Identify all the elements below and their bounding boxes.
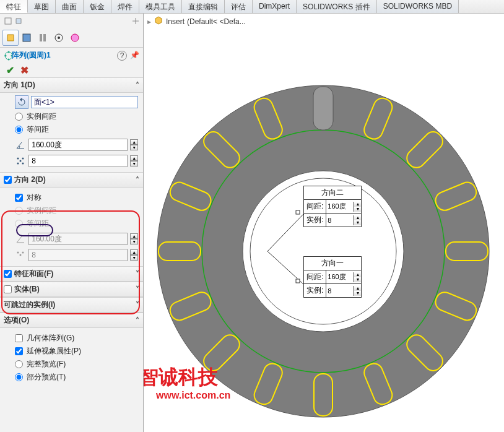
svg-rect-0 xyxy=(5,18,11,24)
spin-up: ▲ xyxy=(130,233,138,239)
watermark: ICT CAD/CAM 智诚科技 xyxy=(144,363,218,392)
callout-dir2-inst-input[interactable] xyxy=(326,215,354,225)
pm-tab-feature-icon[interactable] xyxy=(2,30,19,46)
svg-point-17 xyxy=(20,160,22,162)
svg-point-5 xyxy=(58,37,60,39)
callout-dir1[interactable]: 方向一 间距:▲▼ 实例:▲▼ xyxy=(303,256,362,298)
part-icon xyxy=(154,15,163,27)
svg-point-13 xyxy=(17,158,19,160)
opt-partialpreview-radio[interactable] xyxy=(15,373,23,381)
dir2-radio-equal xyxy=(15,220,23,228)
angle-icon xyxy=(15,139,26,151)
featface-checkbox[interactable] xyxy=(4,270,12,278)
tab-moldtools[interactable]: 模具工具 xyxy=(139,0,182,13)
bodies-checkbox[interactable] xyxy=(4,285,12,293)
opt-fullpreview-radio[interactable] xyxy=(15,360,23,368)
panel-icon-2[interactable] xyxy=(14,17,22,25)
dir1-radio-equal[interactable] xyxy=(15,126,23,134)
svg-point-18 xyxy=(17,252,19,254)
tab-directedit[interactable]: 直接编辑 xyxy=(182,0,225,13)
section-options-header[interactable]: 选项(O) ˄ xyxy=(0,313,143,328)
spin-down[interactable]: ▼ xyxy=(130,161,138,166)
help-icon[interactable]: ? xyxy=(117,51,127,61)
chevron-up-icon: ˄ xyxy=(136,316,139,325)
dir2-count-input xyxy=(28,249,128,261)
breadcrumb-config[interactable]: (Default< <Defa... xyxy=(187,17,246,26)
svg-point-11 xyxy=(8,58,10,60)
svg-rect-2 xyxy=(40,34,42,41)
svg-rect-25 xyxy=(313,87,333,130)
chevron-down-icon: ˅ xyxy=(136,301,139,309)
tab-sw-addins[interactable]: SOLIDWORKS 插件 xyxy=(297,0,377,13)
spin-up[interactable]: ▲ xyxy=(130,155,138,161)
opt-fullpreview-label: 完整预览(F) xyxy=(27,359,66,369)
cancel-button[interactable]: ✖ xyxy=(20,64,28,76)
angle-icon xyxy=(15,233,26,245)
callout-dir1-dist-input[interactable] xyxy=(326,272,354,282)
spin-up: ▲ xyxy=(130,249,138,255)
tab-sketch[interactable]: 草图 xyxy=(28,0,56,13)
dir1-count-input[interactable] xyxy=(28,155,128,167)
opt-geom-checkbox[interactable] xyxy=(15,334,23,342)
pin-icon[interactable]: 📌 xyxy=(129,51,139,61)
chevron-up-icon: ˄ xyxy=(136,176,139,184)
callout-dir2[interactable]: 方向二 间距:▲▼ 实例:▲▼ xyxy=(303,186,362,227)
watermark-text: 智诚科技 xyxy=(144,364,218,391)
tab-evaluate[interactable]: 评估 xyxy=(225,0,253,13)
tab-sheetmetal[interactable]: 钣金 xyxy=(84,0,111,13)
ok-cancel-row: ✔ ✖ xyxy=(0,63,143,77)
dir2-angle-input xyxy=(28,233,128,245)
svg-point-9 xyxy=(8,51,10,53)
property-manager-panel: 阵列(圆周)1 ? 📌 ✔ ✖ 方向 1(D) ˄ 实例间距 等间距 xyxy=(0,14,144,432)
tab-sw-mbd[interactable]: SOLIDWORKS MBD xyxy=(377,0,459,13)
callout-dir2-dist-input[interactable] xyxy=(326,202,354,212)
section-dir1-header[interactable]: 方向 1(D) ˄ xyxy=(0,77,143,93)
svg-point-16 xyxy=(22,163,24,165)
drag-handle[interactable] xyxy=(296,279,300,283)
callout-dir1-title: 方向一 xyxy=(304,257,361,270)
panel-icon-3[interactable] xyxy=(131,17,139,25)
opt-visprop-label: 延伸视象属性(P) xyxy=(27,346,81,356)
dir1-radio-instance[interactable] xyxy=(15,113,23,121)
tab-dimxpert[interactable]: DimXpert xyxy=(253,0,297,13)
tab-weldment[interactable]: 焊件 xyxy=(111,0,139,13)
pm-title: 阵列(圆周)1 xyxy=(12,50,115,61)
section-bodies-header[interactable]: 实体(B) ˅ xyxy=(0,282,143,297)
callout-dir1-inst-input[interactable] xyxy=(326,286,354,296)
dir1-axis-input[interactable] xyxy=(31,96,138,108)
expand-icon[interactable]: ▸ xyxy=(147,17,151,26)
tab-surface[interactable]: 曲面 xyxy=(56,0,84,13)
graphics-area[interactable]: ▸ Insert (Default< <Defa... xyxy=(144,14,504,432)
watermark-url: www.ict.com.cn xyxy=(156,390,230,401)
pm-tab-appearance-icon[interactable] xyxy=(67,30,83,46)
instances-icon xyxy=(15,155,26,167)
pm-tab-display-icon[interactable] xyxy=(35,30,51,46)
command-manager-tabs: 特征 草图 曲面 钣金 焊件 模具工具 直接编辑 评估 DimXpert SOL… xyxy=(0,0,504,14)
panel-icon-1[interactable] xyxy=(4,17,12,25)
section-featface-header[interactable]: 特征和面(F) ˅ xyxy=(0,266,143,282)
opt-visprop-checkbox[interactable] xyxy=(15,347,23,355)
section-dir2-header[interactable]: 方向 2(D) ˄ xyxy=(0,172,143,188)
svg-rect-1 xyxy=(23,34,30,41)
dir2-symmetric-checkbox[interactable] xyxy=(15,194,23,202)
spin-up[interactable]: ▲ xyxy=(130,139,138,145)
section-skip-header[interactable]: 可跳过的实例(I) ˅ xyxy=(0,297,143,313)
dir1-angle-input[interactable] xyxy=(28,139,128,151)
spin-down[interactable]: ▼ xyxy=(130,145,138,150)
opt-geom-label: 几何体阵列(G) xyxy=(27,333,74,343)
svg-point-20 xyxy=(20,254,22,256)
pm-tab-target-icon[interactable] xyxy=(51,30,67,46)
pm-tab-config-icon[interactable] xyxy=(19,30,35,46)
panel-mini-toolbar xyxy=(0,14,143,28)
flyout-tree[interactable]: ▸ Insert (Default< <Defa... xyxy=(144,14,504,29)
panel-tabstrip xyxy=(0,28,143,48)
callout-dir2-title: 方向二 xyxy=(304,186,361,200)
tab-features[interactable]: 特征 xyxy=(0,0,28,13)
dir2-enable-checkbox[interactable] xyxy=(4,176,12,184)
reverse-direction-icon[interactable] xyxy=(15,95,28,109)
dir2-radio-equal-label: 等间距 xyxy=(27,218,49,229)
chevron-up-icon: ˄ xyxy=(136,81,139,90)
ok-button[interactable]: ✔ xyxy=(6,64,14,76)
drag-handle[interactable] xyxy=(296,210,300,215)
breadcrumb-insert[interactable]: Insert xyxy=(166,17,185,26)
